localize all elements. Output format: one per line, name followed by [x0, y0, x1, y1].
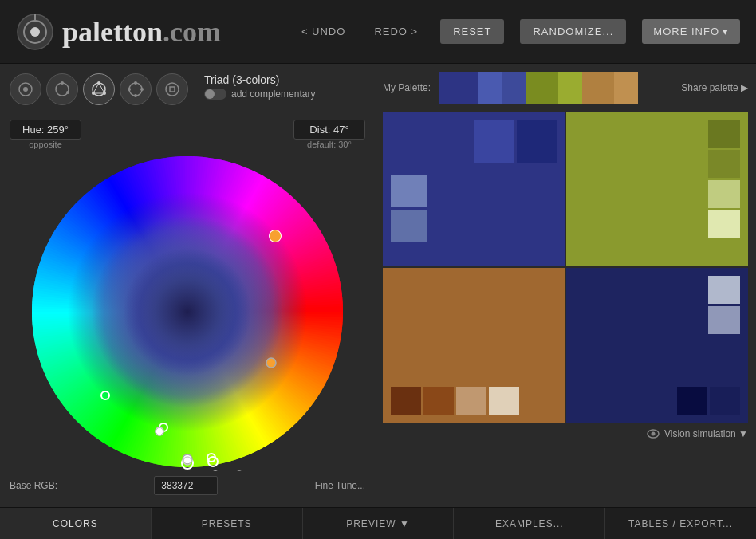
svg-point-25: [266, 358, 276, 368]
brown-swatch-1[interactable]: [391, 387, 421, 415]
darkblue-swatch-1[interactable]: [708, 276, 740, 304]
palette-label: My Palette:: [383, 82, 431, 93]
base-rgb-input[interactable]: [154, 476, 218, 495]
dist-sub-label: default: 30°: [293, 140, 365, 149]
darkblue-swatch-2[interactable]: [708, 306, 740, 334]
svg-point-18: [140, 88, 144, 91]
tab-preview[interactable]: PREVIEW ▼: [303, 508, 455, 539]
svg-point-16: [129, 83, 142, 96]
palette-swatch-7[interactable]: [614, 72, 638, 104]
yg-swatch-3[interactable]: [708, 180, 740, 208]
tetrad-mode-icon[interactable]: [120, 73, 152, 105]
svg-point-7: [61, 81, 64, 85]
yg-swatch-2[interactable]: [708, 150, 740, 178]
color-cell-yellow-green[interactable]: [566, 112, 748, 266]
base-rgb-row: Base RGB: Fine Tune...: [10, 476, 365, 495]
logo-area: paletton.com: [16, 13, 221, 51]
palette-swatch-4[interactable]: [526, 72, 558, 104]
bottom-bar: COLORS PRESETS PREVIEW ▼ EXAMPLES... TAB…: [0, 507, 756, 539]
left-panel: Triad (3-colors) add complementary Hue: …: [0, 64, 375, 507]
mode-label: Triad (3-colors) add complementary: [204, 73, 315, 100]
palette-swatch-6[interactable]: [582, 72, 614, 104]
tab-presets[interactable]: PRESETS: [152, 508, 303, 539]
darkblue-swatch-4[interactable]: [710, 387, 740, 415]
tab-colors[interactable]: COLORS: [0, 508, 152, 539]
brown-swatch-3[interactable]: [456, 387, 486, 415]
fine-tune-button[interactable]: Fine Tune...: [315, 480, 365, 491]
right-panel: My Palette: Share palette ▶: [375, 64, 756, 507]
base-rgb-label: Base RGB:: [10, 480, 57, 491]
tab-tables[interactable]: TABLES / EXPORT...: [605, 508, 756, 539]
mono-mode-icon[interactable]: [10, 73, 41, 105]
color-cell-blue[interactable]: [383, 112, 565, 266]
vision-simulation-label[interactable]: Vision simulation ▼: [664, 428, 748, 439]
reset-button[interactable]: RESET: [440, 19, 504, 44]
svg-point-2: [30, 27, 40, 37]
mode-title: Triad (3-colors): [204, 73, 315, 86]
add-complementary-toggle[interactable]: add complementary: [204, 89, 315, 100]
svg-point-21: [166, 83, 179, 96]
wheel-handles: [28, 152, 347, 471]
toggle-icon: [204, 89, 226, 100]
palette-swatch-3[interactable]: [502, 72, 526, 104]
hue-value[interactable]: Hue: 259°: [10, 120, 81, 140]
main-area: Triad (3-colors) add complementary Hue: …: [0, 64, 756, 507]
blue-swatch-light-1[interactable]: [391, 175, 427, 207]
brown-swatch-2[interactable]: [423, 387, 454, 415]
svg-point-19: [134, 94, 137, 97]
blue-swatch-light-2[interactable]: [391, 210, 427, 242]
randomize-button[interactable]: RANDOMIZE...: [520, 19, 626, 44]
color-wheel[interactable]: [28, 152, 347, 471]
svg-point-8: [66, 91, 69, 94]
palette-swatch-2[interactable]: [478, 72, 502, 104]
blue-swatch-2[interactable]: [517, 120, 557, 163]
svg-point-17: [134, 81, 137, 85]
blue-swatch-1[interactable]: [474, 120, 514, 163]
custom-mode-icon[interactable]: [156, 73, 188, 105]
share-palette-button[interactable]: Share palette ▶: [681, 82, 748, 93]
yg-swatch-1[interactable]: [708, 120, 740, 148]
brown-swatch-4[interactable]: [489, 387, 519, 415]
yg-swatch-4[interactable]: [708, 210, 740, 238]
palette-row: My Palette: Share palette ▶: [383, 72, 748, 104]
triad-mode-icon[interactable]: [83, 73, 115, 105]
controls-row: Hue: 259° opposite Dist: 47° default: 30…: [10, 120, 365, 149]
palette-swatch-1[interactable]: [439, 72, 478, 104]
nav-buttons: < UNDO REDO > RESET RANDOMIZE... MORE IN…: [295, 19, 740, 44]
dist-group: Dist: 47° default: 30°: [293, 120, 365, 149]
color-cell-brown[interactable]: [383, 268, 565, 423]
hue-group: Hue: 259° opposite: [10, 120, 81, 149]
hue-sub-label: opposite: [10, 140, 81, 149]
svg-point-31: [651, 432, 655, 436]
svg-point-6: [56, 83, 69, 96]
tab-examples[interactable]: EXAMPLES...: [454, 508, 605, 539]
svg-point-5: [23, 87, 28, 92]
svg-point-20: [128, 88, 131, 91]
color-cell-dark-blue[interactable]: [566, 268, 748, 423]
eye-icon: [647, 427, 660, 440]
more-info-button[interactable]: MORE INFO ▾: [642, 19, 740, 44]
redo-button[interactable]: REDO >: [368, 22, 424, 41]
darkblue-swatch-3[interactable]: [677, 387, 707, 415]
vision-row: Vision simulation ▼: [383, 427, 748, 440]
logo-text: paletton.com: [62, 15, 221, 49]
undo-button[interactable]: < UNDO: [295, 22, 352, 41]
logo-icon: [16, 13, 54, 51]
header: paletton.com < UNDO REDO > RESET RANDOMI…: [0, 0, 756, 64]
mode-icons: [10, 73, 188, 105]
add-comp-label: add complementary: [231, 89, 315, 100]
palette-swatches[interactable]: [439, 72, 673, 104]
chevron-down-icon: ▾: [723, 26, 729, 37]
palette-swatch-5[interactable]: [558, 72, 582, 104]
dist-value[interactable]: Dist: 47°: [293, 120, 365, 140]
adjacent-mode-icon[interactable]: [46, 73, 78, 105]
color-grid: [383, 112, 748, 423]
